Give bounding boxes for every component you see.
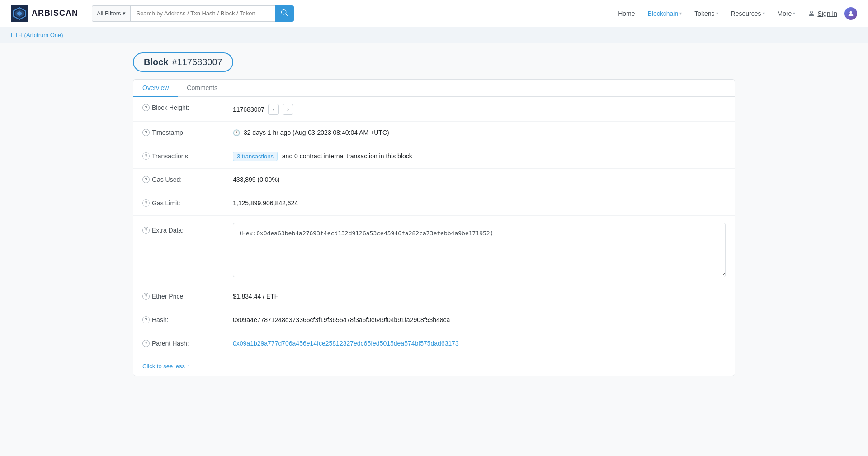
row-ether-price: ? Ether Price: $1,834.44 / ETH [133,285,735,309]
extra-data-textarea[interactable] [233,223,726,277]
parent-hash-value: 0x09a1b29a777d706a456e14fce25812327edc65… [233,339,726,347]
filter-label: All Filters [97,10,121,17]
row-timestamp: ? Timestamp: 🕐 32 days 1 hr ago (Aug-03-… [133,122,735,145]
brand-name: ARBISCAN [32,9,78,18]
parent-hash-help-icon[interactable]: ? [142,340,150,347]
main-container: Block #117683007 Overview Comments ? Blo… [122,43,746,385]
ether-price-help-icon[interactable]: ? [142,293,150,300]
transactions-help-icon[interactable]: ? [142,152,150,160]
transactions-value: 3 transactions and 0 contract internal t… [233,152,726,160]
nav-avatar[interactable] [844,7,857,20]
timestamp-value: 🕐 32 days 1 hr ago (Aug-03-2023 08:40:04… [233,128,726,136]
row-gas-used: ? Gas Used: 438,899 (0.00%) [133,169,735,192]
gas-limit-value: 1,125,899,906,842,624 [233,199,726,207]
prev-block-arrow[interactable]: ‹ [268,104,279,115]
timestamp-help-icon[interactable]: ? [142,129,150,136]
search-icon [281,10,288,16]
gas-used-help-icon[interactable]: ? [142,176,150,183]
parent-hash-label: ? Parent Hash: [142,339,233,347]
block-detail-card: Overview Comments ? Block Height: 117683… [133,79,735,376]
block-number: #117683007 [172,57,222,67]
hash-label: ? Hash: [142,315,233,323]
gas-used-value: 438,899 (0.00%) [233,175,726,183]
row-block-height: ? Block Height: 117683007 ‹ › [133,97,735,122]
search-button[interactable] [275,5,294,22]
blockchain-chevron-icon: ▾ [679,11,682,16]
row-extra-data: ? Extra Data: [133,216,735,285]
ether-price-value: $1,834.44 / ETH [233,292,726,300]
tabs-bar: Overview Comments [133,80,735,97]
block-title-oval: Block #117683007 [133,52,233,72]
nav-links: Home Blockchain ▾ Tokens ▾ Resources ▾ M… [613,6,857,21]
clock-icon: 🕐 [233,129,240,136]
arbiscan-logo-icon [11,5,28,22]
breadcrumb-home-link[interactable]: ETH (Arbitrum One) [11,32,63,38]
ether-price-label: ? Ether Price: [142,292,233,300]
row-gas-limit: ? Gas Limit: 1,125,899,906,842,624 [133,192,735,216]
search-input[interactable] [130,5,275,22]
hash-value: 0x09a4e77871248d373366cf3f19f3655478f3a6… [233,315,726,323]
row-parent-hash: ? Parent Hash: 0x09a1b29a777d706a456e14f… [133,332,735,356]
transactions-label: ? Transactions: [142,152,233,160]
resources-chevron-icon: ▾ [763,11,765,16]
filter-dropdown[interactable]: All Filters ▾ [92,5,130,22]
block-height-nav: 117683007 ‹ › [233,104,726,115]
nav-more[interactable]: More ▾ [772,6,801,21]
transactions-badge[interactable]: 3 transactions [233,152,278,161]
user-icon [808,10,815,17]
nav-blockchain[interactable]: Blockchain ▾ [642,6,688,21]
tab-comments[interactable]: Comments [178,80,226,97]
block-height-help-icon[interactable]: ? [142,104,150,111]
hash-help-icon[interactable]: ? [142,316,150,323]
nav-home[interactable]: Home [613,6,640,21]
block-height-label: ? Block Height: [142,103,233,111]
tokens-chevron-icon: ▾ [716,11,718,16]
next-block-arrow[interactable]: › [283,104,293,115]
row-transactions: ? Transactions: 3 transactions and 0 con… [133,145,735,169]
see-less-link[interactable]: Click to see less ↑ [142,363,190,370]
block-height-value: 117683007 ‹ › [233,103,726,115]
nav-resources[interactable]: Resources ▾ [726,6,770,21]
navbar: ARBISCAN All Filters ▾ Home Blockchain ▾… [0,0,868,27]
parent-hash-link[interactable]: 0x09a1b29a777d706a456e14fce25812327edc65… [233,340,459,347]
block-header-section: Block #117683007 [133,52,735,72]
extra-data-label: ? Extra Data: [142,222,233,234]
gas-limit-help-icon[interactable]: ? [142,200,150,207]
gas-limit-label: ? Gas Limit: [142,199,233,207]
filter-chevron-icon: ▾ [123,10,126,17]
tab-overview[interactable]: Overview [133,80,178,97]
nav-tokens[interactable]: Tokens ▾ [689,6,723,21]
gas-used-label: ? Gas Used: [142,175,233,183]
search-bar: All Filters ▾ [92,5,294,22]
extra-data-help-icon[interactable]: ? [142,227,150,234]
extra-data-value [233,222,726,279]
breadcrumb: ETH (Arbitrum One) [0,27,868,43]
nav-signin[interactable]: Sign In [802,7,843,20]
row-hash: ? Hash: 0x09a4e77871248d373366cf3f19f365… [133,309,735,332]
more-chevron-icon: ▾ [793,11,795,16]
see-less-row: Click to see less ↑ [133,356,735,376]
avatar-icon [848,10,854,17]
arrow-up-icon: ↑ [187,363,190,370]
timestamp-label: ? Timestamp: [142,128,233,136]
block-label: Block [144,57,168,67]
detail-table: ? Block Height: 117683007 ‹ › ? Timestam… [133,97,735,376]
brand-logo[interactable]: ARBISCAN [11,5,78,22]
